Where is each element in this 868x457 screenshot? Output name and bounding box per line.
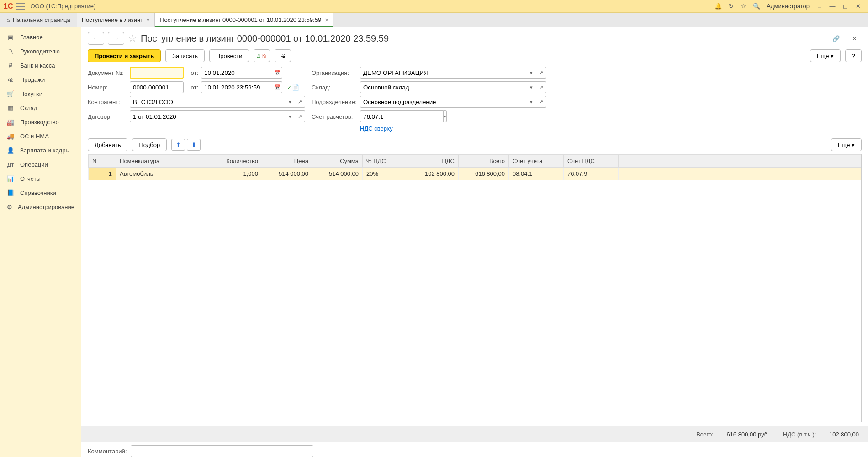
warehouse-input[interactable] bbox=[360, 81, 526, 93]
cell-vatacc[interactable]: 76.07.9 bbox=[564, 168, 619, 180]
home-icon: ⌂ bbox=[6, 16, 10, 23]
dropdown-icon[interactable]: ▾ bbox=[526, 67, 536, 79]
tab-list[interactable]: Поступление в лизинг × bbox=[77, 13, 155, 27]
th-qty[interactable]: Количество bbox=[212, 155, 262, 168]
sidebar-item-main[interactable]: ▣Главное bbox=[0, 30, 81, 44]
sidebar-item-catalogs[interactable]: 📘Справочники bbox=[0, 186, 81, 200]
th-vat[interactable]: НДС bbox=[408, 155, 459, 168]
sidebar-item-reports[interactable]: 📊Отчеты bbox=[0, 172, 81, 186]
more-button[interactable]: Еще ▾ bbox=[810, 49, 841, 62]
table-row[interactable]: 1 Автомобиль 1,000 514 000,00 514 000,00… bbox=[89, 168, 861, 180]
docnum-input[interactable] bbox=[130, 67, 184, 79]
pick-button[interactable]: Подбор bbox=[132, 138, 167, 151]
th-total[interactable]: Всего bbox=[459, 155, 509, 168]
sidebar-item-purchases[interactable]: 🛒Покупки bbox=[0, 87, 81, 101]
maximize-icon[interactable]: ◻ bbox=[840, 1, 851, 12]
open-icon[interactable]: ↗ bbox=[536, 96, 546, 108]
date2-input[interactable] bbox=[201, 81, 272, 93]
sidebar-item-warehouse[interactable]: ▦Склад bbox=[0, 101, 81, 115]
form-left: Документ №: от: 📅 Номер: от: 📅 bbox=[81, 67, 312, 135]
minimize-icon[interactable]: — bbox=[827, 1, 838, 12]
posted-icon: ✓📄 bbox=[287, 84, 299, 91]
comment-input[interactable] bbox=[131, 445, 313, 457]
menu-icon[interactable] bbox=[16, 3, 25, 10]
sidebar-item-admin[interactable]: ⚙Администрирование bbox=[0, 200, 81, 214]
dropdown-icon[interactable]: ▾ bbox=[285, 96, 295, 108]
tab-home[interactable]: ⌂ Начальная страница bbox=[0, 13, 77, 27]
sidebar-item-operations[interactable]: ДтОперации bbox=[0, 158, 81, 172]
org-input[interactable] bbox=[360, 67, 526, 79]
bell-icon[interactable]: 🔔 bbox=[713, 1, 724, 12]
cell-nomen[interactable]: Автомобиль bbox=[116, 168, 212, 180]
open-icon[interactable]: ↗ bbox=[536, 67, 546, 79]
sidebar-item-manager[interactable]: 〽Руководителю bbox=[0, 44, 81, 58]
cell-acc[interactable]: 08.04.1 bbox=[509, 168, 564, 180]
date1-input[interactable] bbox=[201, 67, 272, 79]
calendar-icon[interactable]: 📅 bbox=[272, 81, 282, 93]
post-button[interactable]: Провести bbox=[209, 49, 249, 62]
th-sum[interactable]: Сумма bbox=[312, 155, 363, 168]
sidebar-item-assets[interactable]: 🚚ОС и НМА bbox=[0, 129, 81, 143]
total-label: Всего: bbox=[696, 431, 714, 438]
th-acc[interactable]: Счет учета bbox=[509, 155, 564, 168]
nav-back-button[interactable]: ← bbox=[88, 32, 104, 45]
cell-qty[interactable]: 1,000 bbox=[212, 168, 262, 180]
sidebar-item-label: Руководителю bbox=[20, 48, 60, 55]
table-more-button[interactable]: Еще ▾ bbox=[831, 138, 862, 151]
link-icon[interactable]: 🔗 bbox=[831, 33, 842, 44]
sidebar-item-hr[interactable]: 👤Зарплата и кадры bbox=[0, 143, 81, 158]
number-input[interactable] bbox=[130, 81, 184, 93]
close-icon[interactable]: × bbox=[146, 16, 150, 24]
cell-vat[interactable]: 102 800,00 bbox=[408, 168, 459, 180]
th-vatpct[interactable]: % НДС bbox=[363, 155, 408, 168]
move-down-button[interactable]: ⬇ bbox=[187, 139, 201, 151]
sidebar-item-label: Справочники bbox=[20, 189, 56, 196]
account-input[interactable] bbox=[360, 110, 444, 122]
close-icon[interactable]: × bbox=[325, 16, 328, 24]
dk-button[interactable]: ДтКт bbox=[254, 49, 270, 62]
cell-price[interactable]: 514 000,00 bbox=[262, 168, 312, 180]
module-icon: Дт bbox=[6, 161, 15, 168]
th-nomen[interactable]: Номенклатура bbox=[116, 155, 212, 168]
vat-link[interactable]: НДС сверху bbox=[360, 125, 393, 132]
user-name[interactable]: Администратор bbox=[767, 3, 810, 10]
open-icon[interactable]: ↗ bbox=[295, 110, 305, 122]
save-button[interactable]: Записать bbox=[165, 49, 205, 62]
post-close-button[interactable]: Провести и закрыть bbox=[88, 49, 161, 62]
add-button[interactable]: Добавить bbox=[88, 138, 127, 151]
sidebar-item-label: Производство bbox=[20, 119, 59, 126]
dropdown-icon[interactable]: ▾ bbox=[526, 81, 536, 93]
print-button[interactable]: 🖨 bbox=[275, 49, 291, 62]
settings-icon[interactable]: ≡ bbox=[814, 1, 825, 12]
cell-sum[interactable]: 514 000,00 bbox=[312, 168, 363, 180]
star-icon[interactable]: ☆ bbox=[738, 1, 749, 12]
contract-input[interactable] bbox=[130, 110, 285, 122]
cell-total[interactable]: 616 800,00 bbox=[459, 168, 509, 180]
close-doc-icon[interactable]: ✕ bbox=[849, 33, 860, 44]
th-price[interactable]: Цена bbox=[262, 155, 312, 168]
cell-vatpct[interactable]: 20% bbox=[363, 168, 408, 180]
division-input[interactable] bbox=[360, 96, 526, 108]
main-panel: ← → ☆ Поступление в лизинг 0000-000001 о… bbox=[81, 27, 868, 457]
sidebar-item-sales[interactable]: 🛍Продажи bbox=[0, 73, 81, 87]
open-icon[interactable]: ↗ bbox=[295, 96, 305, 108]
sidebar-item-bank[interactable]: ₽Банк и касса bbox=[0, 58, 81, 73]
nav-forward-button[interactable]: → bbox=[108, 32, 124, 45]
th-vatacc[interactable]: Счет НДС bbox=[564, 155, 619, 168]
module-icon: 🛍 bbox=[6, 76, 15, 83]
dropdown-icon[interactable]: ▾ bbox=[285, 110, 295, 122]
dropdown-icon[interactable]: ▾ bbox=[526, 96, 536, 108]
open-icon[interactable]: ↗ bbox=[536, 81, 546, 93]
tab-doc[interactable]: Поступление в лизинг 0000-000001 от 10.0… bbox=[155, 13, 333, 27]
sidebar-item-production[interactable]: 🏭Производство bbox=[0, 115, 81, 129]
contractor-input[interactable] bbox=[130, 96, 285, 108]
history-icon[interactable]: ↻ bbox=[725, 1, 736, 12]
search-icon[interactable]: 🔍 bbox=[751, 1, 762, 12]
dropdown-icon[interactable]: ▾ bbox=[444, 110, 447, 122]
favorite-icon[interactable]: ☆ bbox=[128, 32, 137, 44]
th-n[interactable]: N bbox=[89, 155, 116, 168]
close-app-icon[interactable]: ✕ bbox=[852, 1, 863, 12]
calendar-icon[interactable]: 📅 bbox=[272, 67, 282, 79]
help-button[interactable]: ? bbox=[845, 49, 862, 62]
move-up-button[interactable]: ⬆ bbox=[171, 139, 185, 151]
